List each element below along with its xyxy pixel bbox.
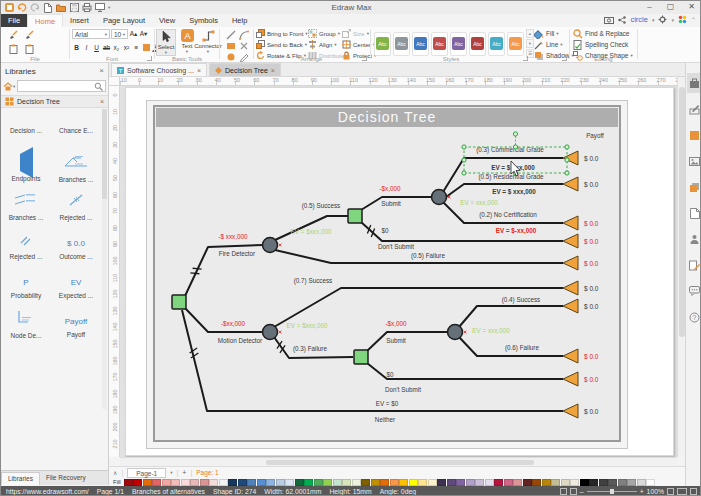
- document-tab-2[interactable]: Decision Tree×: [209, 63, 281, 76]
- fill-swatch[interactable]: [551, 479, 560, 486]
- presentation-icon[interactable]: [95, 3, 105, 13]
- library-search-input[interactable]: [17, 80, 106, 92]
- fit-width-icon[interactable]: [667, 488, 674, 495]
- fill-swatch[interactable]: [228, 479, 237, 486]
- chevron-down-icon[interactable]: ▾: [170, 470, 172, 475]
- fill-swatch[interactable]: [570, 479, 579, 486]
- line-spacing-button[interactable]: ≡: [132, 42, 141, 52]
- fill-swatch[interactable]: [428, 479, 437, 486]
- draft-tool-icon[interactable]: [687, 255, 701, 275]
- chevron-down-icon[interactable]: ▾: [108, 5, 110, 10]
- close-icon[interactable]: ×: [271, 67, 275, 74]
- page-tab[interactable]: Page-1: [127, 468, 166, 478]
- find-replace-button[interactable]: Find & Replace: [573, 28, 633, 39]
- picture-tool-icon[interactable]: [687, 151, 701, 171]
- superscript-button[interactable]: x²: [122, 42, 131, 52]
- library-section-header[interactable]: Decision Tree ×: [1, 95, 108, 108]
- fill-swatch[interactable]: [171, 479, 180, 486]
- fill-swatch[interactable]: [238, 479, 247, 486]
- add-page-button[interactable]: +: [182, 469, 186, 476]
- style-swatch-5[interactable]: Abc: [469, 32, 486, 56]
- fill-swatch[interactable]: [399, 479, 408, 486]
- library-tool-icon[interactable]: [687, 177, 701, 197]
- fill-swatch[interactable]: [409, 479, 418, 486]
- library-item-endpoints[interactable]: Endpoints: [1, 148, 51, 187]
- fill-swatch[interactable]: [371, 479, 380, 486]
- share-icon[interactable]: [618, 16, 626, 24]
- document-tab-1[interactable]: TSoftware Choosing ...×: [111, 63, 207, 76]
- fill-swatch[interactable]: [608, 479, 617, 486]
- style-swatch-1[interactable]: Abc: [393, 32, 410, 56]
- zoom-slider[interactable]: [587, 491, 637, 492]
- tab-page-layout[interactable]: Page Layout: [96, 14, 152, 27]
- fill-swatch[interactable]: [304, 479, 313, 486]
- fill-swatch[interactable]: [295, 479, 304, 486]
- tab-help[interactable]: Help: [225, 14, 254, 27]
- undo-icon[interactable]: [17, 3, 27, 13]
- fill-swatch[interactable]: [418, 479, 427, 486]
- library-item-payoff[interactable]: PayoffPayoff: [51, 304, 101, 343]
- fill-swatch[interactable]: [627, 479, 636, 486]
- tab-view[interactable]: View: [152, 14, 182, 27]
- line-button[interactable]: Line▾: [534, 39, 574, 50]
- fill-swatch[interactable]: [494, 479, 503, 486]
- library-item-branches-[interactable]: Branches ...: [51, 148, 101, 187]
- draw-line-icon[interactable]: [224, 29, 237, 40]
- arrange-bring-to-front[interactable]: Bring to Front▾: [256, 28, 308, 39]
- font-size-select[interactable]: 10▾: [111, 29, 128, 39]
- close-icon[interactable]: ×: [100, 98, 104, 105]
- apps-icon[interactable]: [678, 15, 687, 24]
- fill-swatch[interactable]: [285, 479, 294, 486]
- library-item-branches-[interactable]: Branches ...: [1, 187, 51, 226]
- new-document-icon[interactable]: [43, 3, 53, 13]
- edraw-logo-icon[interactable]: [4, 3, 14, 13]
- style-swatch-0[interactable]: Abc: [374, 32, 391, 56]
- fill-swatch[interactable]: [380, 479, 389, 486]
- fill-swatch[interactable]: [437, 479, 446, 486]
- library-item-outcome-[interactable]: $ 0.0Outcome ...: [51, 226, 101, 265]
- brush-icon[interactable]: [23, 29, 37, 41]
- fill-swatch[interactable]: [333, 479, 342, 486]
- help-icon[interactable]: ?: [687, 307, 701, 327]
- subscript-button[interactable]: x₂: [112, 42, 121, 52]
- tab-symbols[interactable]: Symbols: [182, 14, 225, 27]
- zoom-level[interactable]: 100%: [647, 488, 664, 495]
- collapse-ribbon-icon[interactable]: ⌃: [691, 16, 696, 23]
- fill-swatch[interactable]: [513, 479, 522, 486]
- styles-scroll-buttons[interactable]: ▴▾☰: [526, 29, 534, 58]
- fill-tool-icon[interactable]: [687, 125, 701, 145]
- tab-insert[interactable]: Insert: [63, 14, 96, 27]
- fill-button[interactable]: Fill▾: [534, 28, 574, 39]
- fill-swatch[interactable]: [152, 479, 161, 486]
- fill-swatch[interactable]: [200, 479, 209, 486]
- share-tool-icon[interactable]: [687, 229, 701, 249]
- screenshot-icon[interactable]: [604, 16, 614, 24]
- vertical-scrollbar[interactable]: [677, 77, 685, 457]
- fill-swatch[interactable]: [190, 479, 199, 486]
- strikethrough-button[interactable]: ab: [102, 42, 111, 52]
- fill-swatch[interactable]: [599, 479, 608, 486]
- fill-swatch[interactable]: [276, 479, 285, 486]
- highlight-button[interactable]: [142, 42, 151, 52]
- style-swatch-2[interactable]: Abc: [412, 32, 429, 56]
- fill-swatch[interactable]: [209, 479, 218, 486]
- decrease-font-button[interactable]: A▾: [139, 29, 148, 39]
- style-swatch-7[interactable]: Abc: [507, 32, 524, 56]
- fit-page-icon[interactable]: [677, 488, 687, 495]
- redo-icon[interactable]: [30, 3, 40, 13]
- horizontal-scrollbar[interactable]: [120, 457, 677, 466]
- diagram-title[interactable]: Decision Tree: [156, 108, 618, 127]
- fill-swatch[interactable]: [618, 479, 627, 486]
- panel-scrollbar[interactable]: [102, 109, 107, 409]
- open-folder-icon[interactable]: [56, 3, 66, 13]
- account-name[interactable]: circle: [630, 15, 648, 24]
- tool-select[interactable]: Select▾: [156, 29, 176, 56]
- fill-swatch[interactable]: [646, 479, 655, 486]
- edrawsoft-link[interactable]: https://www.edrawsoft.com/: [6, 488, 89, 495]
- close-button[interactable]: ✕: [681, 1, 701, 14]
- gear-icon[interactable]: [658, 15, 667, 24]
- spelling-check-button[interactable]: Spelling Check: [573, 39, 633, 50]
- library-item-node-de-[interactable]: Node De...: [1, 304, 51, 343]
- fill-swatch[interactable]: [466, 479, 475, 486]
- fill-swatch[interactable]: [247, 479, 256, 486]
